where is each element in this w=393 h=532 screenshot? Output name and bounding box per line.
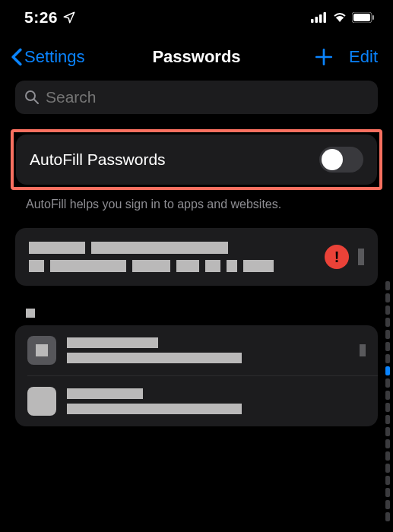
- plus-icon: [314, 47, 334, 67]
- index-item[interactable]: [385, 500, 390, 509]
- add-button[interactable]: [314, 47, 334, 67]
- section-header: [26, 307, 367, 321]
- svg-rect-2: [319, 14, 322, 23]
- redacted-text: [132, 260, 170, 272]
- svg-rect-6: [372, 15, 374, 20]
- edit-button[interactable]: Edit: [349, 47, 378, 67]
- navigation-bar: Settings Passwords Edit: [0, 33, 393, 78]
- chevron-right-icon: [358, 249, 364, 265]
- alphabet-index-bar[interactable]: [385, 281, 390, 521]
- index-item[interactable]: [385, 439, 390, 448]
- index-item[interactable]: [385, 512, 390, 521]
- index-item[interactable]: [385, 342, 390, 351]
- svg-rect-1: [315, 17, 319, 23]
- index-item[interactable]: [385, 330, 390, 339]
- svg-rect-5: [353, 14, 370, 21]
- row-content: [67, 337, 349, 363]
- page-title: Passwords: [152, 47, 240, 67]
- battery-icon: [352, 12, 375, 23]
- app-icon: [27, 387, 56, 416]
- svg-rect-3: [324, 12, 327, 23]
- redacted-text: [176, 260, 199, 272]
- index-item[interactable]: [385, 354, 390, 363]
- location-arrow-icon: [62, 11, 76, 24]
- redacted-text: [243, 260, 274, 272]
- index-item[interactable]: [385, 306, 390, 315]
- autofill-passwords-row[interactable]: AutoFill Passwords: [16, 135, 377, 185]
- svg-point-7: [26, 91, 35, 100]
- redacted-text: [67, 388, 143, 399]
- toggle-knob: [322, 149, 343, 170]
- index-item[interactable]: [385, 318, 390, 327]
- password-row[interactable]: [27, 325, 378, 376]
- status-bar: 5:26: [0, 0, 393, 33]
- autofill-label: AutoFill Passwords: [30, 150, 166, 169]
- app-icon: [27, 336, 56, 365]
- search-bar[interactable]: [15, 81, 378, 114]
- index-item[interactable]: [385, 427, 390, 436]
- redacted-text: [26, 309, 35, 318]
- back-button[interactable]: Settings: [11, 47, 85, 67]
- redacted-text: [29, 242, 85, 254]
- warning-badge-icon: !: [325, 245, 349, 269]
- search-icon: [24, 90, 40, 105]
- chevron-left-icon: [11, 48, 23, 66]
- index-item[interactable]: [385, 451, 390, 461]
- svg-rect-0: [311, 19, 314, 23]
- redacted-text: [205, 260, 220, 272]
- chevron-right-icon: [360, 344, 366, 356]
- highlight-annotation: AutoFill Passwords: [11, 129, 382, 190]
- redacted-text: [50, 260, 126, 272]
- index-item[interactable]: [385, 281, 390, 290]
- redacted-text: [67, 337, 158, 348]
- status-time: 5:26: [24, 8, 58, 27]
- wifi-icon: [332, 12, 347, 23]
- index-item[interactable]: [385, 391, 390, 400]
- search-input[interactable]: [46, 88, 369, 106]
- autofill-toggle[interactable]: [319, 147, 363, 173]
- index-item[interactable]: [385, 415, 390, 424]
- nav-actions: Edit: [314, 47, 378, 67]
- redacted-text: [67, 404, 242, 414]
- index-item[interactable]: [385, 403, 390, 412]
- index-item[interactable]: [385, 378, 390, 388]
- redacted-text: [91, 242, 228, 254]
- row-content: [67, 388, 366, 414]
- index-item[interactable]: [385, 293, 390, 302]
- card-content: [29, 242, 315, 272]
- redacted-text: [227, 260, 237, 272]
- index-item[interactable]: [385, 464, 390, 473]
- security-recommendation-card[interactable]: !: [15, 228, 378, 286]
- index-item[interactable]: [385, 476, 390, 485]
- index-item[interactable]: [385, 488, 390, 497]
- index-item[interactable]: [385, 366, 390, 375]
- autofill-helper-text: AutoFill helps you sign in to apps and w…: [26, 198, 367, 211]
- status-left: 5:26: [24, 8, 76, 27]
- redacted-text: [67, 353, 242, 363]
- cellular-signal-icon: [311, 12, 328, 23]
- redacted-text: [29, 260, 44, 272]
- back-label: Settings: [24, 47, 85, 67]
- password-row[interactable]: [27, 376, 378, 426]
- status-right: [311, 12, 375, 23]
- password-list: [15, 325, 378, 426]
